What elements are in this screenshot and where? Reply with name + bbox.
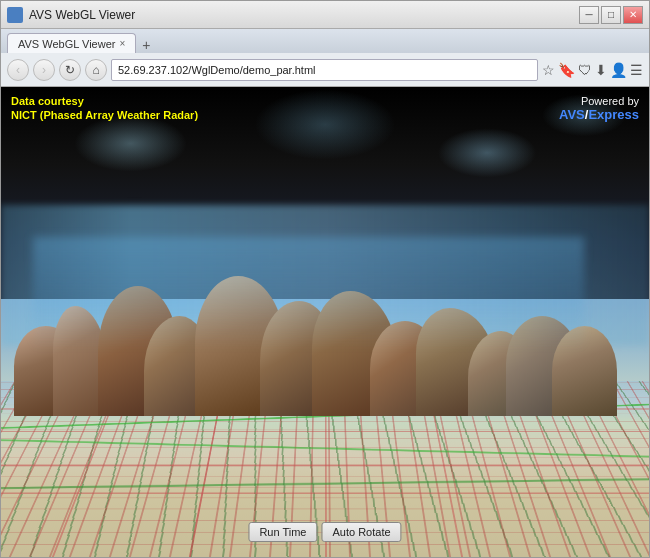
forward-button[interactable]: ›: [33, 59, 55, 81]
viz-content: Data courtesy NICT (Phased Array Weather…: [1, 87, 649, 557]
menu-icon[interactable]: ☰: [630, 62, 643, 78]
brand-avs: AVS: [559, 107, 585, 122]
data-credit: Data courtesy NICT (Phased Array Weather…: [11, 95, 198, 121]
tab-bar: AVS WebGL Viewer × +: [1, 29, 649, 53]
powered-by-label: Powered by: [559, 95, 639, 107]
data-credit-line2: NICT (Phased Array Weather Radar): [11, 109, 198, 121]
auto-rotate-button[interactable]: Auto Rotate: [321, 522, 401, 542]
powered-by: Powered by AVS/Express: [559, 95, 639, 122]
brand-name: AVS/Express: [559, 107, 639, 122]
address-bar-icons: ☆ 🔖 🛡 ⬇ 👤 ☰: [542, 62, 643, 78]
terrain-rocks: [1, 228, 649, 416]
app-icon: [7, 7, 23, 23]
tab-close-icon[interactable]: ×: [119, 38, 125, 49]
run-time-button[interactable]: Run Time: [248, 522, 317, 542]
window-title: AVS WebGL Viewer: [29, 8, 579, 22]
minimize-button[interactable]: ─: [579, 6, 599, 24]
address-input[interactable]: [111, 59, 538, 81]
back-button[interactable]: ‹: [7, 59, 29, 81]
active-tab[interactable]: AVS WebGL Viewer ×: [7, 33, 136, 53]
close-button[interactable]: ✕: [623, 6, 643, 24]
refresh-button[interactable]: ↻: [59, 59, 81, 81]
bottom-buttons: Run Time Auto Rotate: [248, 522, 401, 542]
bookmark-icon[interactable]: 🔖: [558, 62, 575, 78]
home-button[interactable]: ⌂: [85, 59, 107, 81]
browser-window: AVS WebGL Viewer ─ □ ✕ AVS WebGL Viewer …: [0, 0, 650, 558]
new-tab-button[interactable]: +: [136, 37, 156, 53]
download-icon[interactable]: ⬇: [595, 62, 607, 78]
tab-label: AVS WebGL Viewer: [18, 38, 115, 50]
person-icon[interactable]: 👤: [610, 62, 627, 78]
maximize-button[interactable]: □: [601, 6, 621, 24]
brand-express: Express: [588, 107, 639, 122]
window-controls: ─ □ ✕: [579, 6, 643, 24]
title-bar: AVS WebGL Viewer ─ □ ✕: [1, 1, 649, 29]
star-icon[interactable]: ☆: [542, 62, 555, 78]
address-bar: ‹ › ↻ ⌂ ☆ 🔖 🛡 ⬇ 👤 ☰: [1, 53, 649, 87]
data-credit-line1: Data courtesy: [11, 95, 198, 107]
shield-icon[interactable]: 🛡: [578, 62, 592, 78]
